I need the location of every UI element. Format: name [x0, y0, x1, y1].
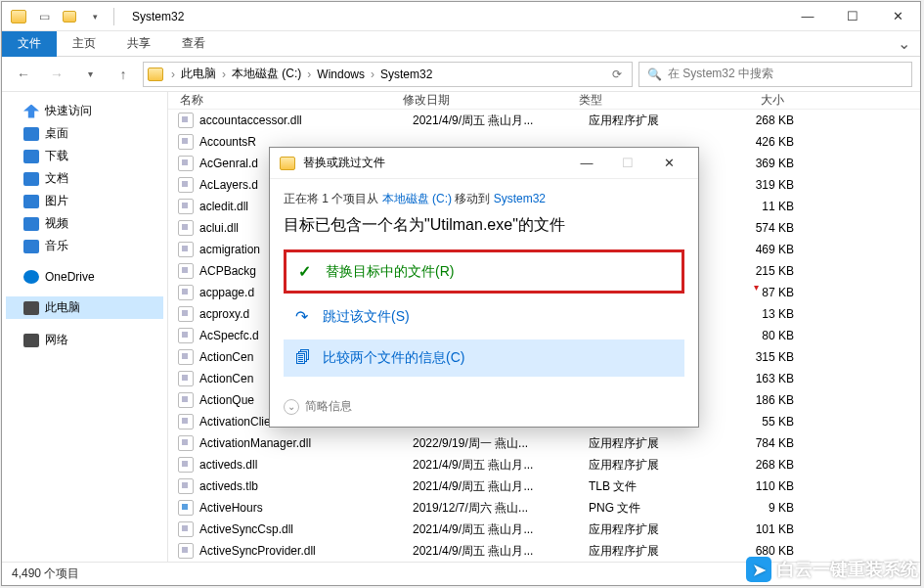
qat-dropdown-icon[interactable]: ▾	[84, 6, 106, 27]
file-date: 2021/4/9/周五 燕山月...	[413, 113, 589, 129]
dest-link[interactable]: System32	[494, 192, 546, 205]
tab-share[interactable]: 共享	[111, 31, 166, 57]
file-size: 215 KB	[716, 264, 814, 278]
dialog-maximize-button[interactable]: ☐	[608, 150, 647, 177]
file-size: 369 KB	[716, 157, 814, 170]
file-size: 186 KB	[716, 393, 814, 407]
source-link[interactable]: 本地磁盘 (C:)	[382, 192, 452, 205]
forward-button[interactable]: →	[43, 61, 70, 88]
address-bar: ← → ▾ ↑ › 此电脑› 本地磁盘 (C:)› Windows› Syste…	[2, 57, 920, 92]
search-icon: 🔍	[647, 68, 662, 81]
file-type: 应用程序扩展	[589, 521, 716, 538]
nav-downloads[interactable]: 下载	[6, 145, 163, 167]
skip-option[interactable]: ↷ 跳过该文件(S)	[284, 297, 684, 336]
file-size: 101 KB	[716, 522, 814, 536]
nav-this-pc[interactable]: 此电脑	[6, 296, 163, 319]
check-icon: ✓	[298, 262, 316, 281]
file-size: 9 KB	[716, 501, 814, 515]
file-date: 2021/4/9/周五 燕山月...	[413, 521, 589, 538]
file-size: 268 KB	[716, 113, 814, 127]
dialog-main-text: 目标已包含一个名为"Utilman.exe"的文件	[284, 215, 684, 236]
nav-desktop[interactable]: 桌面	[6, 122, 163, 145]
file-icon	[178, 328, 194, 343]
file-name: ActiveSyncProvider.dll	[199, 544, 413, 558]
col-size[interactable]: 大小	[706, 92, 804, 109]
minimize-button[interactable]: —	[785, 2, 830, 31]
file-type: PNG 文件	[589, 500, 716, 517]
refresh-icon[interactable]: ⟳	[606, 68, 628, 81]
compare-option[interactable]: 🗐 比较两个文件的信息(C)	[284, 339, 684, 377]
file-icon	[178, 392, 194, 408]
file-type: 应用程序扩展	[589, 543, 716, 560]
col-date[interactable]: 修改日期	[403, 92, 579, 109]
file-icon	[178, 285, 194, 300]
nav-videos[interactable]: 视频	[6, 212, 163, 235]
nav-network[interactable]: 网络	[6, 329, 163, 351]
dialog-title: 替换或跳过文件	[303, 155, 385, 171]
file-icon	[178, 199, 194, 214]
compare-icon: 🗐	[295, 349, 313, 367]
watermark: ➤ 白云一键重装系统	[746, 557, 918, 582]
nav-documents[interactable]: 文档	[6, 167, 163, 190]
file-date: 2022/9/19/周一 燕山...	[413, 435, 589, 452]
app-icon	[8, 6, 29, 27]
file-icon	[178, 177, 194, 193]
chevron-down-icon[interactable]: ⌄	[284, 399, 299, 415]
qat-properties-icon[interactable]: ▭	[33, 6, 55, 27]
file-size: 426 KB	[716, 135, 814, 149]
dialog-close-button[interactable]: ✕	[649, 150, 688, 177]
file-date: 2021/4/9/周五 燕山月...	[413, 457, 589, 474]
file-size: 268 KB	[716, 458, 814, 472]
file-size: 319 KB	[716, 178, 814, 192]
navigation-pane: 快速访问 桌面 下载 文档 图片 视频 音乐 OneDrive 此电脑 网络	[2, 92, 168, 562]
nav-music[interactable]: 音乐	[6, 235, 163, 257]
qat-newfolder-icon[interactable]	[59, 6, 80, 27]
maximize-button[interactable]: ☐	[830, 2, 875, 31]
file-size: 469 KB	[716, 243, 814, 256]
file-name: activeds.dll	[199, 458, 413, 472]
file-icon	[178, 156, 194, 171]
replace-option[interactable]: ✓ 替换目标中的文件(R)	[284, 249, 684, 294]
dialog-footer: ⌄ 简略信息	[270, 390, 698, 427]
breadcrumb[interactable]: › 此电脑› 本地磁盘 (C:)› Windows› System32 ⟳	[143, 62, 633, 87]
file-row[interactable]: ActiveSyncCsp.dll 2021/4/9/周五 燕山月... 应用程…	[168, 519, 920, 540]
nav-onedrive[interactable]: OneDrive	[6, 267, 163, 287]
back-button[interactable]: ←	[10, 61, 37, 88]
file-icon	[178, 242, 194, 257]
file-icon	[178, 543, 194, 559]
file-row[interactable]: ActivationManager.dll 2022/9/19/周一 燕山...…	[168, 432, 920, 454]
file-row[interactable]: activeds.tlb 2021/4/9/周五 燕山月... TLB 文件 1…	[168, 475, 920, 497]
search-input[interactable]: 🔍 在 System32 中搜索	[638, 62, 912, 87]
recent-dropdown[interactable]: ▾	[76, 61, 104, 88]
file-size: 784 KB	[716, 436, 814, 450]
tab-file[interactable]: 文件	[2, 31, 57, 57]
file-size: 55 KB	[716, 415, 814, 429]
replace-dialog: 替换或跳过文件 — ☐ ✕ 正在将 1 个项目从 本地磁盘 (C:) 移动到 S…	[269, 147, 699, 428]
titlebar: ▭ ▾ System32 — ☐ ✕	[2, 2, 920, 31]
file-name: ActiveHours	[199, 501, 413, 515]
tab-home[interactable]: 主页	[57, 31, 111, 57]
file-row[interactable]: activeds.dll 2021/4/9/周五 燕山月... 应用程序扩展 2…	[168, 454, 920, 475]
window-title: System32	[132, 10, 184, 23]
file-size: 163 KB	[716, 372, 814, 385]
tab-view[interactable]: 查看	[166, 31, 221, 57]
ribbon-tabs: 文件 主页 共享 查看 ⌄	[2, 31, 920, 57]
close-button[interactable]: ✕	[875, 2, 920, 31]
nav-quick-access[interactable]: 快速访问	[6, 100, 163, 122]
file-row[interactable]: ActiveHours 2019/12/7/周六 燕山... PNG 文件 9 …	[168, 497, 920, 519]
file-size: 574 KB	[716, 221, 814, 235]
more-info-toggle[interactable]: 简略信息	[305, 398, 352, 415]
file-type: TLB 文件	[589, 478, 716, 495]
file-row[interactable]: accountaccessor.dll 2021/4/9/周五 燕山月... 应…	[168, 110, 920, 131]
dialog-minimize-button[interactable]: —	[567, 150, 606, 177]
file-icon	[178, 457, 194, 473]
nav-pictures[interactable]: 图片	[6, 190, 163, 212]
item-count: 4,490 个项目	[12, 565, 79, 582]
ribbon-expand-icon[interactable]: ⌄	[888, 34, 920, 53]
col-name[interactable]: 名称	[168, 92, 403, 109]
file-size: 110 KB	[716, 479, 814, 493]
file-type: 应用程序扩展	[589, 435, 716, 452]
up-button[interactable]: ↑	[110, 61, 137, 88]
file-icon	[178, 521, 194, 537]
col-type[interactable]: 类型	[579, 92, 706, 109]
